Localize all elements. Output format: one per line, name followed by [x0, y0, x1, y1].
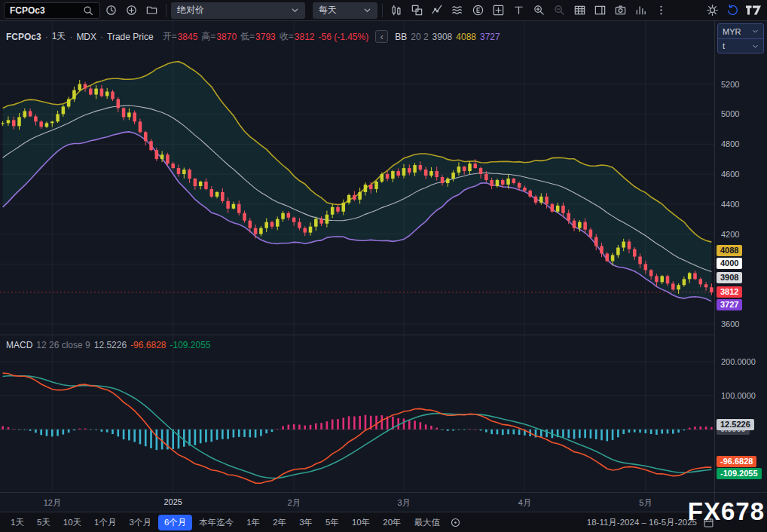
macd-tag-12.5226: 12.5226: [717, 419, 754, 430]
range-button-本年迄今[interactable]: 本年迄今: [193, 515, 240, 530]
price-tag-4088: 4088: [717, 245, 742, 256]
bb-lower-value: 3727: [480, 32, 500, 42]
chevron-down-icon: [752, 28, 759, 35]
watchlist-folder-button[interactable]: [142, 2, 161, 20]
legend-separator: ·: [69, 32, 72, 42]
compare-add-button[interactable]: [122, 2, 141, 20]
range-button-6个月[interactable]: 6个月: [158, 515, 192, 530]
price-legend: FCPOc3 · 1天 · MDX · Trade Price 开=3845 高…: [6, 30, 500, 43]
panel-layout-button[interactable]: [591, 2, 610, 20]
plus-circle-icon: [125, 4, 138, 17]
close-label: 收=: [280, 30, 294, 43]
macd-tick-label: 200.0000: [721, 356, 756, 367]
indicators-icon: [431, 4, 444, 17]
settings-button[interactable]: [703, 2, 722, 20]
spreadsheet-button[interactable]: [570, 2, 589, 20]
divider: [166, 4, 167, 17]
bb-title[interactable]: BB: [395, 32, 407, 42]
text-tool-button[interactable]: [509, 2, 528, 20]
price-tick-label: 5200: [721, 79, 739, 90]
unit-label: t: [723, 41, 725, 50]
unit-dropdown[interactable]: t: [718, 38, 763, 53]
time-axis-label: 3月: [386, 497, 422, 509]
bb-params: 20 2: [411, 32, 428, 42]
currency-panel: MYR t: [717, 23, 764, 54]
gear-icon: [706, 4, 719, 17]
reload-button[interactable]: [723, 2, 742, 20]
date-range-label: 18-11月-2024 – 16-5月-2025: [587, 517, 697, 528]
price-tag-3727: 3727: [717, 299, 742, 310]
bb-basis-value: 3908: [432, 32, 453, 42]
indicator-templates-button[interactable]: [448, 2, 467, 20]
legend-separator: ·: [100, 32, 103, 42]
legend-symbol[interactable]: FCPOc3: [6, 32, 41, 42]
price-tick-label: 4200: [721, 229, 739, 240]
more-options-button[interactable]: [652, 2, 671, 20]
price-mode-label: 绝对价: [177, 4, 204, 17]
adjust-circle-icon: [450, 517, 461, 528]
time-axis-label: 2月: [276, 497, 312, 509]
macd-signal-value: -109.2055: [170, 340, 211, 350]
top-toolbar: FCPOc3 绝对价 每天: [0, 0, 767, 21]
bottom-toolbar: 1天5天10天1个月3个月6个月本年迄今1年2年3年5年10年20年最大值 18…: [0, 512, 767, 532]
compare-icon: [411, 4, 423, 17]
search-icon: [82, 5, 94, 17]
range-button-10天[interactable]: 10天: [57, 515, 87, 530]
economic-calendar-button[interactable]: [469, 2, 487, 20]
open-value: 3845: [178, 32, 198, 42]
chart-properties-button[interactable]: [447, 515, 463, 530]
macd-title[interactable]: MACD: [6, 340, 32, 350]
range-button-5年[interactable]: 5年: [319, 515, 345, 530]
high-value: 3870: [216, 32, 237, 42]
range-button-10年[interactable]: 10年: [346, 515, 376, 530]
price-scale-axis[interactable]: MYR t 5200500048004600440042004000360020…: [714, 21, 767, 492]
camera-icon: [614, 4, 627, 17]
snapshot-button[interactable]: [611, 2, 630, 20]
change-value: -56 (-1.45%): [319, 32, 369, 42]
indicators-button[interactable]: [428, 2, 447, 20]
tradingview-logo[interactable]: [744, 2, 763, 20]
range-button-最大值[interactable]: 最大值: [408, 515, 447, 530]
time-axis-label: 2025: [155, 497, 191, 506]
zoom-in-button[interactable]: [530, 2, 549, 20]
interval-dropdown[interactable]: 每天: [313, 2, 377, 19]
candlestick-icon: [390, 4, 403, 17]
range-button-5天[interactable]: 5天: [31, 515, 57, 530]
time-axis[interactable]: 12月20252月3月4月5月: [0, 492, 767, 512]
time-axis-label: 4月: [506, 497, 542, 509]
macd-chart[interactable]: [0, 335, 714, 492]
range-button-3个月[interactable]: 3个月: [124, 515, 157, 530]
price-tag-3908: 3908: [717, 272, 742, 283]
macd-tick-label: 100.0000: [721, 390, 756, 401]
price-chart[interactable]: [0, 21, 714, 335]
interval-history-button[interactable]: [102, 2, 121, 20]
fx678-watermark: FX678: [688, 499, 765, 524]
interval-label: 每天: [319, 4, 337, 17]
range-button-2年[interactable]: 2年: [267, 515, 292, 530]
range-button-1天[interactable]: 1天: [5, 515, 30, 530]
range-button-3年[interactable]: 3年: [293, 515, 319, 530]
legend-interval[interactable]: 1天: [52, 30, 66, 43]
macd-tag--109.2055: -109.2055: [717, 468, 762, 479]
zoom-out-button[interactable]: [550, 2, 569, 20]
chart-style-button[interactable]: [387, 2, 406, 20]
grid-template-button[interactable]: [489, 2, 508, 20]
symbol-search[interactable]: FCPOc3: [4, 2, 100, 19]
range-button-1年[interactable]: 1年: [240, 515, 266, 530]
zoom-out-icon: [553, 4, 566, 17]
clock-icon: [105, 4, 118, 17]
bb-upper-value: 4088: [456, 32, 476, 42]
price-mode-dropdown[interactable]: 绝对价: [171, 2, 305, 19]
range-button-group: 1天5天10天1个月3个月6个月本年迄今1年2年3年5年10年20年最大值: [5, 515, 446, 530]
economy-e-icon: [472, 4, 484, 17]
low-label: 低=: [240, 30, 255, 43]
zoom-in-icon: [533, 4, 545, 17]
chart-stats-button[interactable]: [631, 2, 650, 20]
indicator-collapse-button[interactable]: ‹: [375, 30, 388, 43]
chevron-down-icon: [363, 6, 371, 14]
range-button-1个月[interactable]: 1个月: [88, 515, 122, 530]
tradingview-logo-icon: [745, 5, 762, 16]
compare-symbol-button[interactable]: [408, 2, 426, 20]
range-button-20年[interactable]: 20年: [377, 515, 407, 530]
currency-dropdown[interactable]: MYR: [718, 24, 763, 38]
